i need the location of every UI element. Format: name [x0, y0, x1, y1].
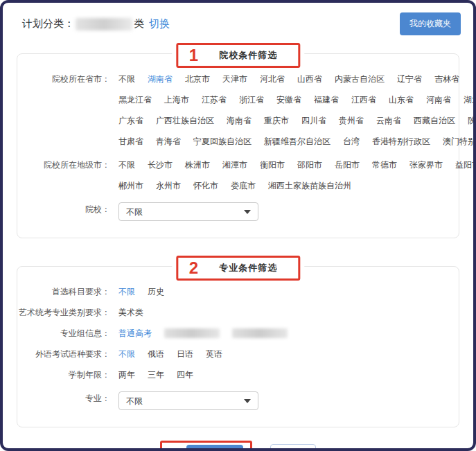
filter-option[interactable]: 不限 — [118, 285, 135, 299]
filter-option[interactable]: 邵阳市 — [297, 158, 322, 172]
filter-option[interactable]: 株洲市 — [185, 158, 210, 172]
filter-option[interactable]: 山西省 — [297, 72, 322, 86]
filter-option[interactable]: 四年 — [177, 368, 193, 382]
filter-option[interactable]: 益阳市 — [455, 158, 476, 172]
filter-option[interactable]: 浙江省 — [239, 93, 264, 107]
filter-option[interactable]: 江苏省 — [202, 93, 227, 107]
filter-option[interactable]: 陕西省 — [468, 114, 476, 127]
filter-option[interactable]: 贵州省 — [339, 114, 364, 127]
filter-option[interactable]: 娄底市 — [231, 179, 256, 193]
foreign-language-row: 外语考试语种要求： 不限俄语日语英语 — [17, 347, 450, 361]
filter-option[interactable]: 湖南省 — [148, 72, 173, 86]
filter-option[interactable]: 安徽省 — [276, 93, 301, 107]
city-row: 郴州市永州市怀化市娄底市湘西土家族苗族自治州 — [17, 179, 450, 193]
switch-plan-link[interactable]: 切换 — [149, 17, 170, 30]
filter-option[interactable]: 西藏自治区 — [414, 114, 455, 127]
province-options-row-4: 甘肃省青海省宁夏回族自治区新疆维吾尔自治区台湾香港特别行政区澳门特别行政区 — [118, 134, 476, 148]
filter-option[interactable]: 永州市 — [156, 179, 181, 193]
reset-button[interactable]: 重置 — [270, 444, 316, 451]
filter-option[interactable]: 河北省 — [260, 72, 285, 86]
filter-option[interactable]: 江西省 — [351, 93, 376, 107]
filter-option[interactable]: 上海市 — [164, 93, 189, 107]
filter-option[interactable]: 日语 — [177, 347, 193, 361]
filter-option[interactable]: 辽宁省 — [397, 72, 422, 86]
college-panel-title: 院校条件筛选 — [219, 49, 277, 62]
filter-option[interactable]: 湖北省 — [464, 93, 476, 107]
filter-option[interactable]: 普通高考 — [118, 326, 152, 340]
filter-option[interactable]: 四川省 — [301, 114, 326, 127]
redacted-chip — [232, 328, 288, 338]
college-select[interactable]: 不限 — [118, 202, 258, 221]
subject-requirement-options: 不限历史 — [118, 285, 164, 299]
filter-option[interactable]: 青海省 — [156, 134, 181, 148]
filter-option[interactable]: 北京市 — [185, 72, 210, 86]
major-select[interactable]: 不限 — [118, 391, 258, 410]
filter-option[interactable]: 湘潭市 — [222, 158, 247, 172]
filter-option[interactable]: 两年 — [118, 368, 135, 382]
plan-category-label: 计划分类： — [22, 17, 74, 30]
province-label: 院校所在省市： — [17, 72, 110, 86]
plan-category-suffix: 类 — [134, 17, 144, 30]
filter-option[interactable]: 郴州市 — [118, 179, 143, 193]
filter-option[interactable]: 长沙市 — [148, 158, 173, 172]
filter-option[interactable]: 澳门特别行政区 — [443, 134, 476, 148]
province-options-row-3: 广东省广西壮族自治区海南省重庆市四川省贵州省云南省西藏自治区陕西省 — [118, 114, 476, 127]
favorites-button[interactable]: 我的收藏夹 — [400, 12, 461, 35]
filter-option[interactable]: 历史 — [148, 285, 164, 299]
filter-option[interactable]: 广东省 — [118, 114, 143, 127]
filter-option[interactable]: 湘西土家族苗族自治州 — [268, 179, 351, 193]
filter-option[interactable]: 山东省 — [389, 93, 414, 107]
filter-option[interactable]: 宁夏回族自治区 — [193, 134, 252, 148]
province-row: 黑龙江省上海市江苏省浙江省安徽省福建省江西省山东省河南省湖北省 — [17, 93, 450, 107]
province-options-row-2: 黑龙江省上海市江苏省浙江省安徽省福建省江西省山东省河南省湖北省 — [118, 93, 476, 107]
filter-option[interactable]: 广西壮族自治区 — [156, 114, 214, 127]
filter-option[interactable]: 海南省 — [227, 114, 252, 127]
filter-option[interactable]: 怀化市 — [193, 179, 218, 193]
filter-option[interactable]: 甘肃省 — [118, 134, 143, 148]
filter-option[interactable]: 新疆维吾尔自治区 — [264, 134, 330, 148]
top-bar: 计划分类： 类 切换 我的收藏夹 — [12, 10, 464, 35]
filter-option[interactable]: 常德市 — [372, 158, 397, 172]
redacted-chip — [164, 328, 220, 338]
step-2-annotation-box: 2 专业条件筛选 — [176, 256, 300, 281]
filter-option[interactable]: 英语 — [206, 347, 222, 361]
confirm-filter-button[interactable]: 确定筛选 — [186, 445, 243, 451]
filter-option[interactable]: 天津市 — [222, 72, 247, 86]
major-group-info-row: 专业组信息： 普通高考 — [17, 326, 450, 340]
filter-option[interactable]: 衡阳市 — [260, 158, 285, 172]
major-panel-title: 专业条件筛选 — [219, 262, 277, 274]
college-select-row: 院校： 不限 — [17, 202, 450, 221]
filter-option[interactable]: 香港特别行政区 — [372, 134, 430, 148]
college-filter-panel: 1 院校条件筛选 院校所在省市： 不限湖南省北京市天津市河北省山西省内蒙古自治区… — [17, 53, 459, 238]
filter-option[interactable]: 岳阳市 — [335, 158, 360, 172]
art-exam-category-options: 美术类 — [118, 306, 143, 319]
city-label: 院校所在地级市： — [17, 158, 110, 172]
filter-option[interactable]: 云南省 — [376, 114, 401, 127]
page-frame: 计划分类： 类 切换 我的收藏夹 1 院校条件筛选 院校所在省市： 不限湖南省北… — [0, 0, 476, 451]
step-1-annotation-box: 1 院校条件筛选 — [176, 43, 300, 68]
major-filter-panel: 2 专业条件筛选 首选科目要求： 不限历史 艺术统考专业类别要求： 美术类 专业… — [17, 266, 459, 427]
college-select-value: 不限 — [126, 205, 143, 219]
step-3-annotation-box: 3 确定筛选 — [160, 441, 252, 451]
filter-option[interactable]: 吉林省 — [434, 72, 459, 86]
filter-option[interactable]: 三年 — [148, 368, 164, 382]
filter-option[interactable]: 福建省 — [314, 93, 339, 107]
filter-option[interactable]: 不限 — [118, 158, 135, 172]
province-row: 院校所在省市： 不限湖南省北京市天津市河北省山西省内蒙古自治区辽宁省吉林省 — [17, 72, 450, 86]
filter-option[interactable]: 黑龙江省 — [118, 93, 152, 107]
foreign-language-label: 外语考试语种要求： — [17, 347, 110, 361]
city-options-row-2: 郴州市永州市怀化市娄底市湘西土家族苗族自治州 — [118, 179, 351, 193]
filter-option[interactable]: 不限 — [118, 347, 135, 361]
province-options-row-1: 不限湖南省北京市天津市河北省山西省内蒙古自治区辽宁省吉林省 — [118, 72, 459, 86]
filter-option[interactable]: 张家界市 — [409, 158, 443, 172]
study-duration-row: 学制年限： 两年三年四年 — [17, 368, 450, 382]
study-duration-options: 两年三年四年 — [118, 368, 193, 382]
art-exam-category-row: 艺术统考专业类别要求： 美术类 — [17, 306, 450, 319]
filter-option[interactable]: 俄语 — [148, 347, 164, 361]
filter-option[interactable]: 重庆市 — [264, 114, 289, 127]
filter-option[interactable]: 美术类 — [118, 306, 143, 319]
filter-option[interactable]: 台湾 — [343, 134, 360, 148]
filter-option[interactable]: 不限 — [118, 72, 135, 86]
filter-option[interactable]: 河南省 — [426, 93, 451, 107]
filter-option[interactable]: 内蒙古自治区 — [335, 72, 385, 86]
